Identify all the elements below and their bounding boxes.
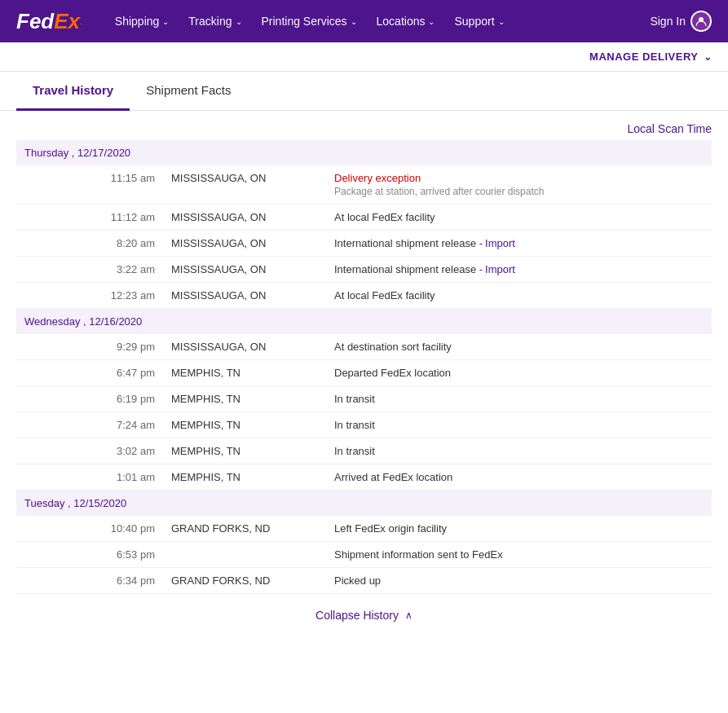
tab-shipment-facts[interactable]: Shipment Facts <box>130 72 247 111</box>
tab-travel-history[interactable]: Travel History <box>16 72 130 111</box>
status-text: Shipment information sent to FedEx <box>334 548 503 561</box>
entry-location: MEMPHIS, TN <box>163 412 326 438</box>
status-text: At destination sort facility <box>334 341 452 353</box>
entry-status: At destination sort facility <box>326 334 712 360</box>
entry-location: MISSISSAUGA, ON <box>163 257 326 283</box>
status-text: International shipment release - <box>334 237 483 249</box>
entry-location: MEMPHIS, TN <box>163 464 326 491</box>
manage-delivery-label: MANAGE DELIVERY <box>589 51 698 63</box>
entry-status: International shipment release - Import <box>326 257 712 283</box>
entry-time: 3:22 am <box>16 257 163 283</box>
status-text: Left FedEx origin facility <box>334 522 447 535</box>
table-row: 6:47 pm MEMPHIS, TN Departed FedEx locat… <box>16 360 712 386</box>
entry-status: International shipment release - Import <box>326 231 712 257</box>
entry-time: 1:01 am <box>16 464 163 491</box>
entry-location: MEMPHIS, TN <box>163 438 326 464</box>
avatar <box>690 11 712 32</box>
manage-delivery-chevron: ⌄ <box>704 51 713 63</box>
date-label: Wednesday , 12/16/2020 <box>16 309 712 335</box>
table-row: 7:24 am MEMPHIS, TN In transit <box>16 412 712 438</box>
collapse-history-label: Collapse History <box>315 609 399 622</box>
entry-time: 11:15 am <box>16 165 163 205</box>
status-text: Picked up <box>334 574 381 587</box>
logo-fed-text: Fed <box>16 9 54 34</box>
entry-status: Delivery exceptionPackage at station, ar… <box>326 165 712 205</box>
main-nav: FedEx. Shipping⌄Tracking⌄Printing Servic… <box>0 0 728 42</box>
date-row: Wednesday , 12/16/2020 <box>16 309 712 335</box>
nav-item-label-locations: Locations <box>377 15 426 28</box>
nav-item-locations[interactable]: Locations⌄ <box>368 10 443 33</box>
table-row: 9:29 pm MISSISSAUGA, ON At destination s… <box>16 334 712 360</box>
entry-location: MISSISSAUGA, ON <box>163 283 326 309</box>
table-row: 3:22 am MISSISSAUGA, ON International sh… <box>16 257 712 283</box>
entry-status: In transit <box>326 438 712 464</box>
nav-chevron-printing: ⌄ <box>351 17 357 26</box>
logo-ex-text: Ex <box>54 9 80 34</box>
table-row: 6:53 pm Shipment information sent to Fed… <box>16 542 712 568</box>
entry-status: In transit <box>326 412 712 438</box>
sign-in-button[interactable]: Sign In <box>650 11 712 32</box>
table-row: 3:02 am MEMPHIS, TN In transit <box>16 438 712 464</box>
nav-item-label-tracking: Tracking <box>188 15 232 28</box>
entry-time: 7:24 am <box>16 412 163 438</box>
date-label: Tuesday , 12/15/2020 <box>16 491 712 517</box>
entry-location: GRAND FORKS, ND <box>163 516 326 542</box>
collapse-history-button[interactable]: Collapse History ∧ <box>0 594 728 636</box>
status-text: Departed FedEx location <box>334 367 451 379</box>
status-text: International shipment release - <box>334 263 483 275</box>
fedex-logo[interactable]: FedEx. <box>16 9 82 34</box>
entry-time: 12:23 am <box>16 283 163 309</box>
entry-status: At local FedEx facility <box>326 283 712 309</box>
entry-time: 6:19 pm <box>16 386 163 412</box>
entry-location: MISSISSAUGA, ON <box>163 205 326 231</box>
table-row: 1:01 am MEMPHIS, TN Arrived at FedEx loc… <box>16 464 712 491</box>
entry-location: MISSISSAUGA, ON <box>163 165 326 205</box>
tab-shipment-facts-label: Shipment Facts <box>146 83 231 97</box>
manage-delivery-link[interactable]: MANAGE DELIVERY ⌄ <box>589 51 712 63</box>
entry-status: Departed FedEx location <box>326 360 712 386</box>
sign-in-label: Sign In <box>650 15 686 28</box>
nav-chevron-shipping: ⌄ <box>162 17 169 26</box>
status-exception: Delivery exception <box>334 172 421 184</box>
nav-item-tracking[interactable]: Tracking⌄ <box>180 10 249 33</box>
tab-travel-history-label: Travel History <box>33 83 113 97</box>
entry-time: 6:34 pm <box>16 568 163 594</box>
entry-location: MISSISSAUGA, ON <box>163 334 326 360</box>
entry-location <box>163 542 326 568</box>
entry-location: MEMPHIS, TN <box>163 360 326 386</box>
nav-item-printing[interactable]: Printing Services⌄ <box>254 10 365 33</box>
status-import: Import <box>485 237 515 249</box>
entry-status: Arrived at FedEx location <box>326 464 712 491</box>
entry-time: 3:02 am <box>16 438 163 464</box>
content-area: Local Scan Time Thursday , 12/17/2020 11… <box>0 111 728 594</box>
entry-time: 10:40 pm <box>16 516 163 542</box>
status-text: In transit <box>334 393 375 405</box>
status-text: Arrived at FedEx location <box>334 471 452 483</box>
status-text: At local FedEx facility <box>334 211 435 223</box>
date-row: Tuesday , 12/15/2020 <box>16 491 712 517</box>
nav-items: Shipping⌄Tracking⌄Printing Services⌄Loca… <box>107 10 651 33</box>
status-import-line: International shipment release - Import <box>334 263 704 275</box>
status-import-line: International shipment release - Import <box>334 237 704 249</box>
table-row: 6:34 pm GRAND FORKS, ND Picked up <box>16 568 712 594</box>
nav-item-shipping[interactable]: Shipping⌄ <box>107 10 178 33</box>
date-label: Thursday , 12/17/2020 <box>16 140 712 165</box>
table-row: 11:12 am MISSISSAUGA, ON At local FedEx … <box>16 205 712 231</box>
date-row: Thursday , 12/17/2020 <box>16 140 712 165</box>
entry-status: Left FedEx origin facility <box>326 516 712 542</box>
table-row: 12:23 am MISSISSAUGA, ON At local FedEx … <box>16 283 712 309</box>
nav-item-support[interactable]: Support⌄ <box>446 10 512 33</box>
entry-location: MEMPHIS, TN <box>163 386 326 412</box>
table-row: 6:19 pm MEMPHIS, TN In transit <box>16 386 712 412</box>
status-text: In transit <box>334 419 375 431</box>
entry-status: Shipment information sent to FedEx <box>326 542 712 568</box>
entry-status: At local FedEx facility <box>326 205 712 231</box>
status-text: In transit <box>334 445 375 457</box>
status-text: At local FedEx facility <box>334 289 435 301</box>
entry-time: 9:29 pm <box>16 334 163 360</box>
entry-time: 8:20 am <box>16 231 163 257</box>
status-import: Import <box>485 263 515 275</box>
nav-chevron-tracking: ⌄ <box>236 17 242 26</box>
scan-time-header: Local Scan Time <box>16 111 712 140</box>
status-note: Package at station, arrived after courie… <box>334 186 704 197</box>
